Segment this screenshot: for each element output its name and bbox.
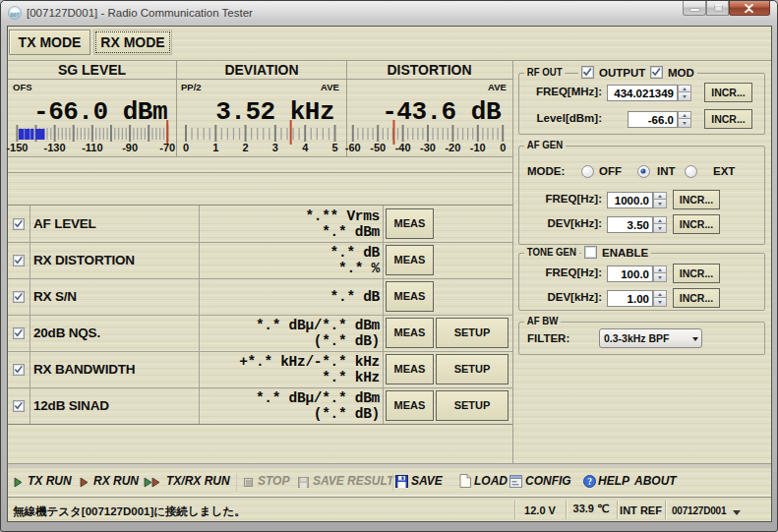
svg-text:?: ? [587,477,592,487]
svg-text:007: 007 [11,12,20,18]
